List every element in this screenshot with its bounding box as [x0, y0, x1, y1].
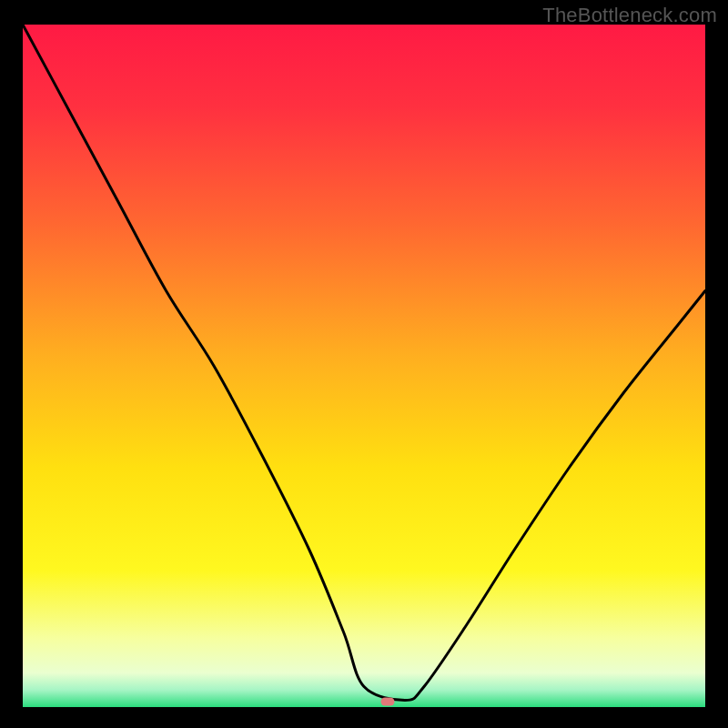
minimum-marker [381, 698, 395, 706]
bottleneck-curve [23, 25, 705, 707]
plot-area [23, 25, 705, 707]
watermark-text: TheBottleneck.com [542, 4, 717, 27]
chart-container: TheBottleneck.com [0, 0, 728, 728]
